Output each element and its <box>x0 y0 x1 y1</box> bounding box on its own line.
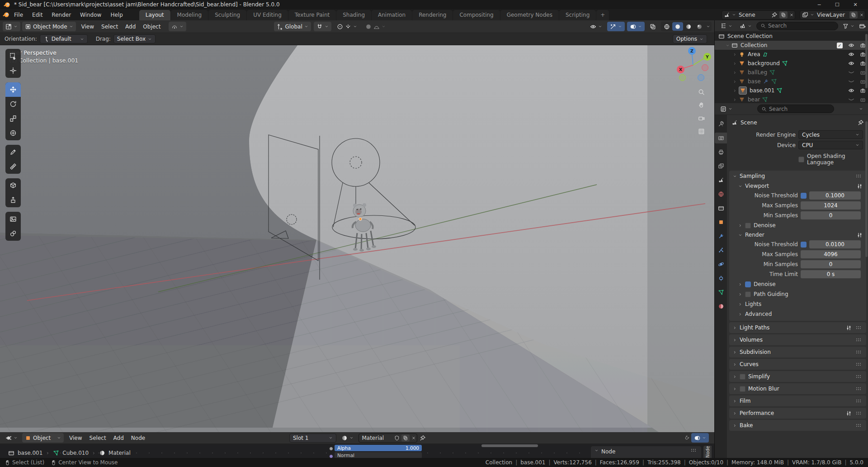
tool-annotate[interactable] <box>5 145 21 159</box>
viewport-noise-threshold-checkbox[interactable] <box>801 193 807 199</box>
outliner-display-mode-dropdown[interactable] <box>737 21 755 31</box>
eye-icon[interactable] <box>848 60 854 67</box>
tab-animation[interactable]: Animation <box>372 10 412 20</box>
transform-orientation-dropdown[interactable]: Global <box>274 22 311 31</box>
close-button[interactable]: ✕ <box>846 0 864 9</box>
minimize-button[interactable]: ─ <box>810 0 828 9</box>
copy-scene-icon[interactable] <box>779 11 788 19</box>
outliner-filter-dropdown[interactable] <box>840 21 857 31</box>
grip-icon[interactable] <box>855 326 863 329</box>
grip-icon[interactable] <box>855 424 863 427</box>
shader-editor-type-button[interactable] <box>3 433 20 443</box>
properties-tab-render[interactable] <box>715 133 727 143</box>
falloff-dropdown[interactable] <box>363 22 388 31</box>
shader-overlays-toggle[interactable] <box>691 433 709 443</box>
xray-toggle[interactable] <box>647 22 659 31</box>
eye-closed-icon[interactable] <box>848 69 854 76</box>
properties-search[interactable]: Search <box>757 105 834 113</box>
tool-extrude[interactable] <box>5 193 21 207</box>
panel-checkbox[interactable] <box>740 374 745 380</box>
copy-material-icon[interactable] <box>401 434 410 442</box>
properties-tab-object-data[interactable] <box>715 287 727 298</box>
pin-icon[interactable] <box>771 12 778 18</box>
path-guiding-row[interactable]: Path Guiding <box>729 289 866 299</box>
outliner-row-scene-collection[interactable]: Scene Collection <box>715 32 868 41</box>
lights-row[interactable]: Lights <box>729 299 866 309</box>
sampling-panel-header[interactable]: Sampling <box>729 171 866 181</box>
scene-selector[interactable]: Scene <box>722 10 795 19</box>
add-workspace-button[interactable]: + <box>596 10 609 20</box>
gizmo-x-neg[interactable] <box>702 64 708 71</box>
panel-header-motion-blur[interactable]: Motion Blur <box>729 383 866 394</box>
tab-rendering[interactable]: Rendering <box>412 10 453 20</box>
tab-layout[interactable]: Layout <box>139 10 170 20</box>
viewport-min-samples-field[interactable]: 0 <box>801 211 861 219</box>
viewport-denoise-row[interactable]: Denoise <box>729 220 866 230</box>
properties-editor-type-button[interactable] <box>717 104 735 114</box>
sliders-icon[interactable] <box>846 325 852 331</box>
properties-tab-material[interactable] <box>715 301 727 312</box>
panel-header-volumes[interactable]: Volumes <box>729 334 866 345</box>
outliner-row-collection[interactable]: Collection✓ <box>715 41 868 50</box>
material-name-field[interactable]: Material <box>359 434 417 443</box>
breadcrumb-material[interactable]: Material <box>108 450 131 456</box>
tool-add-cube[interactable] <box>5 178 21 193</box>
chevron-right-icon[interactable] <box>733 89 737 93</box>
shading-solid-button[interactable] <box>672 22 683 31</box>
proportional-editing-toggle[interactable] <box>334 22 360 31</box>
gizmo-y-neg[interactable] <box>679 74 686 81</box>
viewlayer-name[interactable]: ViewLayer <box>816 12 848 18</box>
editor-type-button[interactable] <box>3 22 20 31</box>
tab-geometry-nodes[interactable]: Geometry Nodes <box>500 10 559 20</box>
path-guiding-checkbox[interactable] <box>745 291 751 297</box>
tab-texture-paint[interactable]: Texture Paint <box>288 10 336 20</box>
gizmo-z-axis[interactable]: Z <box>688 47 696 55</box>
zoom-icon[interactable] <box>698 89 705 95</box>
eye-closed-icon[interactable] <box>848 96 854 103</box>
outliner-row-area[interactable]: Area <box>715 50 868 59</box>
grip-icon[interactable] <box>855 362 863 366</box>
gizmo-y-axis[interactable]: Y <box>703 53 711 61</box>
chevron-right-icon[interactable] <box>733 98 737 102</box>
panel-header-curves[interactable]: Curves <box>729 359 866 370</box>
mode-dropdown[interactable]: Object Mode <box>22 22 76 31</box>
close-icon[interactable] <box>789 13 794 17</box>
properties-tab-object[interactable] <box>715 217 727 228</box>
gizmo-z-neg[interactable] <box>698 74 704 81</box>
breadcrumb-scene[interactable]: Scene <box>741 119 757 126</box>
properties-tab-modifiers[interactable] <box>715 231 727 242</box>
properties-tab-world[interactable] <box>715 189 727 200</box>
viewport-menu-select[interactable]: Select <box>98 22 122 31</box>
collection-checkbox[interactable]: ✓ <box>837 43 843 48</box>
viewport-menu-object[interactable]: Object <box>139 22 164 31</box>
tab-modeling[interactable]: Modeling <box>171 10 208 20</box>
render-noise-threshold-checkbox[interactable] <box>801 242 807 248</box>
pin-icon[interactable] <box>420 435 426 441</box>
active-tool-dropdown[interactable] <box>169 22 186 31</box>
shader-menu-view[interactable]: View <box>66 434 85 443</box>
render-noise-threshold-field[interactable]: 0.0100 <box>809 240 861 248</box>
render-time-limit-field[interactable]: 0 s <box>801 270 861 278</box>
panel-header-subdivision[interactable]: Subdivision <box>729 347 866 357</box>
viewlayer-selector[interactable]: ViewLayer <box>800 10 865 19</box>
shading-material-button[interactable] <box>683 22 694 31</box>
pan-hand-icon[interactable] <box>698 102 705 109</box>
grip-icon[interactable] <box>855 411 863 415</box>
advanced-row[interactable]: Advanced <box>729 309 866 321</box>
slot-dropdown[interactable]: Slot 1 <box>289 434 336 443</box>
node-sidebar-tab[interactable]: Node <box>703 446 712 458</box>
tool-cursor[interactable] <box>5 63 21 78</box>
viewport-denoise-checkbox[interactable] <box>745 223 751 229</box>
viewport-menu-view[interactable]: View <box>78 22 98 31</box>
outliner-row-base-001[interactable]: base.001 <box>715 86 868 95</box>
tab-scripting[interactable]: Scripting <box>559 10 596 20</box>
breadcrumb-cube-010[interactable]: Cube.010 <box>62 450 89 456</box>
viewport-canvas[interactable]: User Perspective (1) Collection | base.0… <box>0 45 714 432</box>
outliner-row-base[interactable]: base <box>715 77 868 86</box>
properties-tab-collection[interactable] <box>715 203 727 214</box>
properties-tab-output[interactable] <box>715 147 727 157</box>
properties-tab-constraints[interactable] <box>715 273 727 284</box>
menu-file[interactable]: File <box>9 10 28 19</box>
panel-header-film[interactable]: Film <box>729 396 866 406</box>
shader-menu-add[interactable]: Add <box>110 434 127 443</box>
